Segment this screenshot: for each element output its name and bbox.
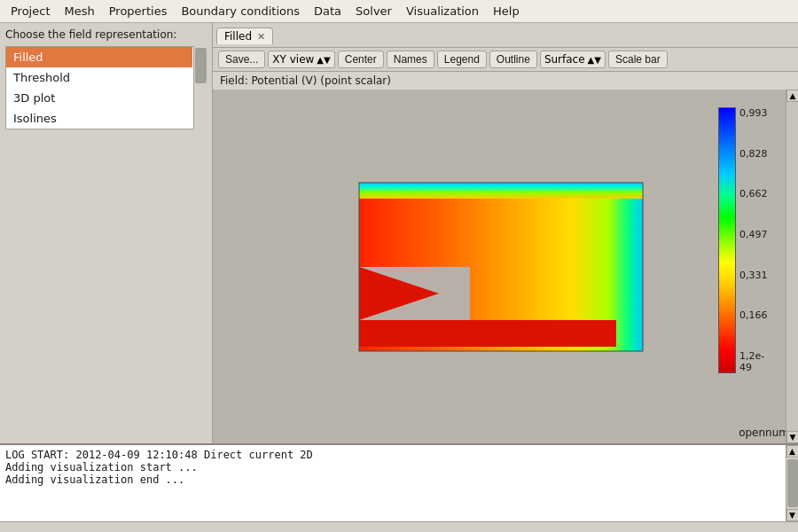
tab-close-icon[interactable]: ✕: [257, 31, 265, 43]
list-scrollbar-thumb[interactable]: [195, 48, 207, 83]
menu-help[interactable]: Help: [486, 3, 527, 20]
xy-view-select[interactable]: XY view ▲▼: [268, 51, 334, 68]
toolbar: Save... XY view ▲▼ Center Names Legend O…: [213, 48, 798, 72]
field-item-threshold[interactable]: Threshold: [6, 67, 192, 88]
colorbar-label-6: 1,2e-49: [739, 350, 771, 373]
tab-filled[interactable]: Filled ✕: [216, 27, 273, 44]
log-scroll-up-btn[interactable]: ▲: [786, 445, 799, 458]
tab-bar: Filled ✕: [213, 23, 798, 48]
menubar: Project Mesh Properties Boundary conditi…: [0, 0, 798, 23]
log-scrollbar[interactable]: ▲ ▼: [786, 445, 798, 521]
log-line-2: Adding visualization end ...: [5, 473, 780, 486]
colorbar-labels: 0,993 0,828 0,662 0,497 0,331 0,166 1,2e…: [739, 107, 771, 373]
scale-bar-button[interactable]: Scale bar: [608, 51, 668, 68]
field-representation-label: Choose the field representation:: [5, 28, 207, 41]
menu-boundary-conditions[interactable]: Boundary conditions: [174, 3, 307, 20]
colorbar: [718, 107, 736, 373]
svg-rect-2: [359, 183, 643, 199]
log-area: LOG START: 2012-04-09 12:10:48 Direct cu…: [0, 443, 798, 521]
menu-project[interactable]: Project: [4, 3, 57, 20]
menu-visualization[interactable]: Visualization: [399, 3, 486, 20]
viz-panel: Filled ✕ Save... XY view ▲▼ Center Names…: [213, 23, 798, 443]
save-button[interactable]: Save...: [218, 51, 265, 68]
outline-button[interactable]: Outline: [489, 51, 537, 68]
visualization-canvas: [332, 174, 678, 360]
names-button[interactable]: Names: [387, 51, 434, 68]
field-list: Filled Threshold 3D plot Isolines: [5, 46, 207, 129]
surface-select[interactable]: Surface ▲▼: [540, 51, 606, 68]
colorbar-label-3: 0,497: [739, 229, 771, 240]
log-line-0: LOG START: 2012-04-09 12:10:48 Direct cu…: [5, 449, 780, 461]
colorbar-label-5: 0,166: [739, 309, 771, 321]
field-item-isolines[interactable]: Isolines: [6, 108, 192, 129]
xy-view-label: XY view: [272, 53, 314, 66]
colorbar-label-0: 0,993: [739, 107, 771, 119]
colorbar-container: 0,993 0,828 0,662 0,497 0,331 0,166 1,2e…: [718, 107, 771, 373]
opennum-label: opennum: [739, 426, 789, 439]
field-item-3dplot[interactable]: 3D plot: [6, 88, 192, 108]
menu-solver[interactable]: Solver: [348, 3, 399, 20]
list-scrollbar-track[interactable]: [193, 46, 207, 129]
menu-properties[interactable]: Properties: [102, 3, 175, 20]
menu-mesh[interactable]: Mesh: [57, 3, 101, 20]
viz-scroll-down-btn[interactable]: ▼: [786, 431, 798, 443]
colorbar-label-4: 0,331: [739, 270, 771, 281]
xy-view-arrow-icon: ▲▼: [317, 55, 330, 65]
viz-scroll-up-btn[interactable]: ▲: [786, 90, 798, 102]
field-info: Field: Potential (V) (point scalar): [213, 72, 798, 90]
menu-data[interactable]: Data: [307, 3, 348, 20]
surface-label: Surface: [544, 53, 585, 66]
log-text: LOG START: 2012-04-09 12:10:48 Direct cu…: [0, 445, 786, 521]
log-scroll-down-btn[interactable]: ▼: [786, 509, 799, 521]
canvas-area[interactable]: 0,993 0,828 0,662 0,497 0,331 0,166 1,2e…: [213, 90, 798, 443]
legend-button[interactable]: Legend: [437, 51, 487, 68]
surface-arrow-icon: ▲▼: [588, 55, 601, 65]
left-panel: Choose the field representation: Filled …: [0, 23, 213, 443]
viz-scrollbar[interactable]: ▲ ▼: [786, 90, 798, 443]
colorbar-label-1: 0,828: [739, 148, 771, 160]
tab-filled-label: Filled: [224, 30, 252, 43]
field-item-filled[interactable]: Filled: [6, 47, 192, 67]
colorbar-label-2: 0,662: [739, 188, 771, 200]
log-scroll-thumb[interactable]: [787, 459, 798, 507]
log-line-1: Adding visualization start ...: [5, 461, 780, 473]
center-button[interactable]: Center: [338, 51, 384, 68]
bottom-bar: [0, 521, 798, 532]
